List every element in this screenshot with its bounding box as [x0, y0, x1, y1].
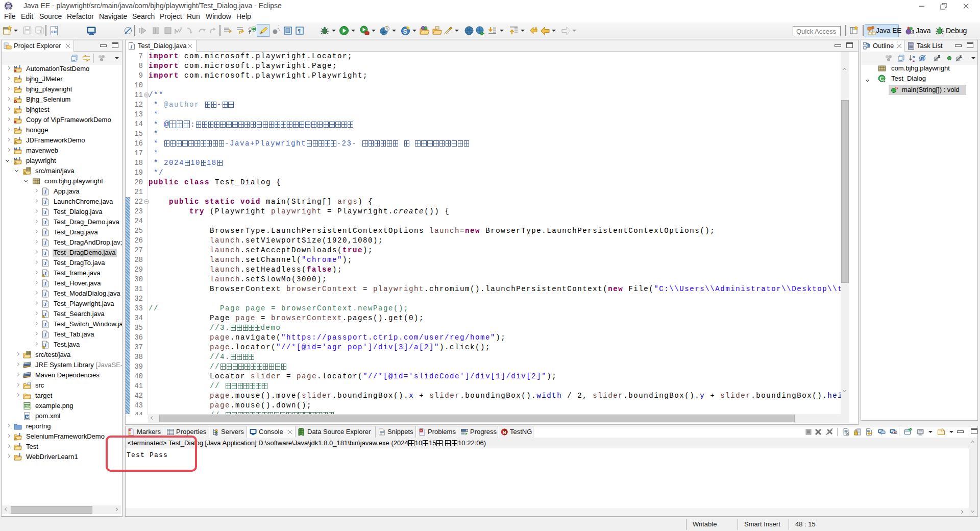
svg-text:J: J	[18, 85, 20, 90]
svg-text:N: N	[503, 430, 506, 435]
svg-text:J: J	[44, 261, 47, 266]
svg-text:M: M	[14, 147, 17, 151]
svg-text:J: J	[18, 147, 20, 151]
svg-text:J: J	[18, 432, 20, 437]
svg-text:J: J	[18, 95, 20, 100]
svg-text:J: J	[18, 75, 20, 80]
svg-text:J: J	[44, 240, 47, 246]
svg-text:J: J	[18, 443, 20, 447]
svg-text:J: J	[44, 292, 47, 297]
svg-text:J: J	[18, 126, 20, 131]
svg-text:J: J	[18, 116, 20, 120]
svg-text:J: J	[44, 271, 47, 276]
svg-text:J: J	[44, 332, 47, 337]
svg-text:M: M	[14, 65, 17, 69]
svg-text:J: J	[44, 322, 47, 327]
svg-text:M: M	[14, 157, 17, 161]
svg-text:010: 010	[52, 30, 58, 34]
svg-text:J: J	[44, 200, 47, 205]
svg-text:J: J	[44, 230, 47, 235]
svg-text:J: J	[44, 302, 47, 307]
svg-text:J: J	[44, 343, 47, 348]
svg-text:C: C	[880, 76, 884, 82]
svg-text:J: J	[44, 220, 47, 225]
svg-text:J: J	[44, 189, 47, 195]
svg-text:J: J	[44, 251, 47, 256]
svg-text:J: J	[44, 210, 47, 215]
svg-text:J: J	[130, 44, 133, 50]
svg-text:J: J	[18, 65, 20, 69]
svg-text:J: J	[44, 312, 47, 317]
svg-text:z: z	[913, 58, 915, 62]
svg-text:J: J	[18, 106, 20, 110]
svg-text:J: J	[911, 29, 914, 36]
svg-text:J: J	[18, 453, 20, 457]
svg-text:J: J	[18, 157, 20, 161]
svg-text:J: J	[44, 281, 47, 286]
svg-text:S: S	[895, 86, 898, 90]
svg-text:M: M	[26, 415, 30, 419]
svg-text:PNG: PNG	[24, 404, 31, 407]
svg-text:J: J	[18, 136, 20, 141]
svg-text:¶: ¶	[298, 28, 301, 34]
